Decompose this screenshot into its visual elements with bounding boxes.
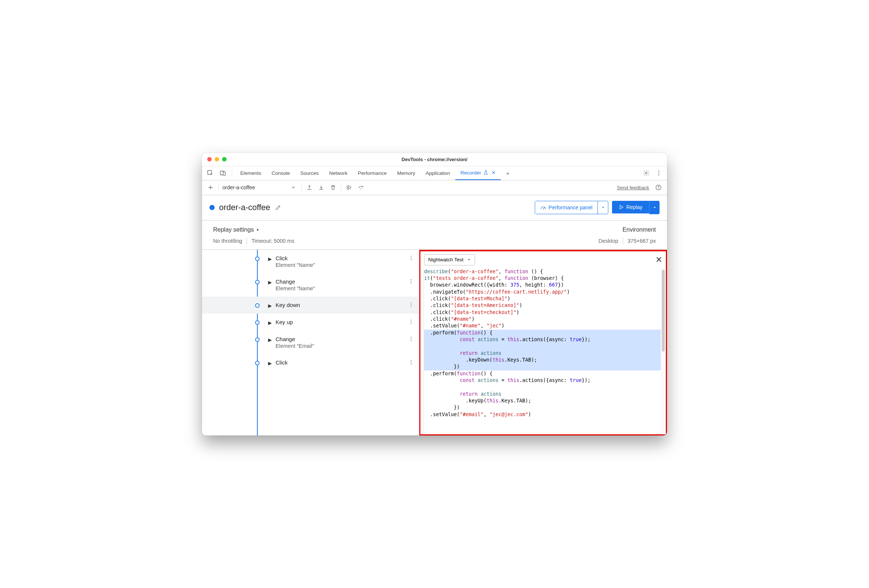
step-subtitle: Element "Email" — [276, 343, 412, 349]
chevron-down-icon[interactable] — [289, 184, 298, 191]
scrollbar-thumb[interactable] — [662, 270, 665, 351]
svg-point-20 — [411, 306, 411, 307]
settings-row: Replay settings Environment — [202, 221, 667, 235]
zoom-window-button[interactable] — [222, 157, 227, 161]
main-content: ▶ Click Element "Name" ▶ Change Element … — [202, 250, 667, 435]
recording-indicator-icon — [209, 205, 215, 210]
tab-elements[interactable]: Elements — [235, 166, 266, 180]
tab-sources[interactable]: Sources — [295, 166, 324, 180]
step-menu-icon[interactable] — [408, 255, 414, 261]
throttling-value: No throttling — [213, 238, 242, 244]
svg-point-3 — [645, 172, 647, 174]
settings-status-row: No throttling Timeout: 5000 ms Desktop 3… — [202, 235, 667, 250]
chevron-right-icon — [256, 228, 260, 232]
step-marker-icon — [255, 338, 260, 342]
step-subtitle: Element "Name" — [276, 262, 412, 268]
performance-panel-button[interactable]: Performance panel — [535, 201, 598, 214]
replay-settings-toggle[interactable]: Replay settings — [213, 227, 260, 233]
step-over-icon[interactable] — [357, 184, 365, 191]
expand-arrow-icon[interactable]: ▶ — [268, 256, 272, 268]
import-icon[interactable] — [317, 184, 325, 191]
step-menu-icon[interactable] — [408, 319, 414, 325]
experiment-flask-icon — [483, 170, 488, 175]
svg-point-18 — [411, 302, 411, 303]
performance-panel-button-group: Performance panel — [535, 201, 608, 214]
recording-title: order-a-coffee — [219, 203, 270, 212]
step-menu-icon[interactable] — [408, 302, 414, 308]
tabs-overflow-button[interactable]: » — [501, 166, 515, 180]
send-feedback-link[interactable]: Send feedback — [617, 185, 649, 190]
export-icon[interactable] — [305, 184, 313, 191]
code-content[interactable]: describe("order-a-coffee", function () {… — [424, 268, 661, 434]
close-panel-button[interactable]: ✕ — [655, 255, 662, 265]
step-row[interactable]: ▶ Change Element "Email" — [202, 331, 419, 354]
tab-recorder[interactable]: Recorder✕ — [455, 166, 501, 180]
device-toolbar-icon[interactable] — [217, 168, 229, 178]
performance-panel-dropdown[interactable] — [598, 201, 608, 214]
svg-point-19 — [411, 304, 411, 305]
step-menu-icon[interactable] — [408, 278, 414, 284]
step-marker-icon — [255, 256, 260, 261]
step-menu-icon[interactable] — [408, 336, 414, 342]
step-name: Key up — [276, 319, 412, 325]
recording-header: order-a-coffee Performance panel Replay — [202, 195, 667, 221]
tab-console[interactable]: Console — [266, 166, 295, 180]
svg-point-8 — [360, 188, 361, 189]
devtools-tabs: ElementsConsoleSourcesNetworkPerformance… — [202, 166, 667, 181]
environment-label: Environment — [623, 227, 656, 233]
steps-timeline: ▶ Click Element "Name" ▶ Change Element … — [202, 250, 419, 435]
code-toolbar: Nightwatch Test ✕ — [420, 251, 666, 268]
help-icon[interactable] — [654, 184, 663, 191]
close-tab-icon[interactable]: ✕ — [492, 170, 495, 175]
svg-point-12 — [411, 256, 411, 256]
code-export-panel: Nightwatch Test ✕ describe("order-a-coff… — [419, 250, 667, 435]
step-row[interactable]: ▶ Key up — [202, 314, 419, 331]
step-row[interactable]: ▶ Click Element "Name" — [202, 250, 419, 273]
replay-button[interactable]: Replay — [612, 201, 649, 213]
expand-arrow-icon[interactable]: ▶ — [268, 303, 272, 308]
minimize-window-button[interactable] — [215, 157, 219, 161]
new-recording-button[interactable] — [206, 184, 215, 191]
expand-arrow-icon[interactable]: ▶ — [268, 337, 272, 349]
expand-arrow-icon[interactable]: ▶ — [268, 320, 272, 326]
step-row[interactable]: ▶ Click — [202, 354, 419, 371]
step-marker-icon — [255, 320, 260, 325]
more-menu-icon[interactable] — [653, 168, 665, 178]
vertical-scrollbar[interactable] — [661, 268, 666, 434]
tab-memory[interactable]: Memory — [392, 166, 420, 180]
code-gutter — [420, 268, 424, 434]
svg-point-29 — [411, 363, 411, 364]
svg-point-26 — [411, 340, 411, 341]
step-replay-icon[interactable] — [345, 184, 353, 191]
replay-dropdown[interactable] — [649, 201, 660, 214]
svg-point-13 — [411, 257, 411, 258]
step-name: Change — [276, 278, 412, 285]
tab-performance[interactable]: Performance — [353, 166, 392, 180]
tab-network[interactable]: Network — [324, 166, 353, 180]
settings-gear-icon[interactable] — [640, 168, 652, 178]
svg-point-24 — [411, 337, 411, 338]
svg-point-27 — [411, 360, 411, 361]
step-row[interactable]: ▶ Change Element "Name" — [202, 273, 419, 296]
expand-arrow-icon[interactable]: ▶ — [268, 280, 272, 292]
separator — [232, 169, 232, 177]
tab-application[interactable]: Application — [420, 166, 455, 180]
svg-rect-7 — [347, 186, 347, 190]
svg-point-25 — [411, 338, 411, 339]
step-row[interactable]: ▶ Key down — [202, 296, 419, 314]
expand-arrow-icon[interactable]: ▶ — [268, 360, 272, 366]
titlebar: DevTools - chrome://version/ — [202, 153, 667, 166]
recording-selector[interactable]: order-a-coffee — [222, 185, 286, 190]
step-menu-icon[interactable] — [408, 359, 414, 365]
separator — [301, 184, 301, 191]
svg-point-16 — [411, 281, 411, 281]
step-subtitle: Element "Name" — [276, 286, 412, 292]
close-window-button[interactable] — [207, 157, 212, 161]
inspect-element-icon[interactable] — [204, 168, 216, 178]
edit-title-icon[interactable] — [275, 204, 282, 211]
export-format-dropdown[interactable]: Nightwatch Test — [424, 254, 475, 265]
svg-point-10 — [658, 188, 659, 189]
svg-point-4 — [658, 170, 660, 172]
svg-point-6 — [658, 175, 660, 176]
delete-icon[interactable] — [329, 184, 337, 191]
